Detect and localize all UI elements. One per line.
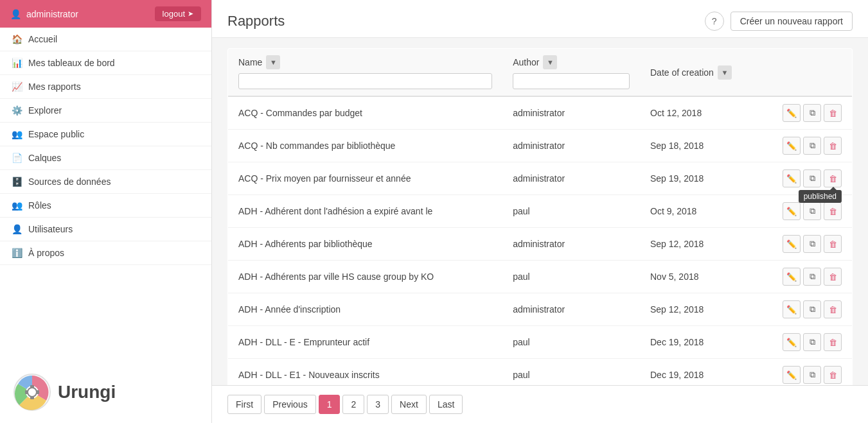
table-row: ADH - Adhérents par ville HS cause group…	[228, 261, 853, 293]
previous-page-button[interactable]: Previous	[264, 395, 315, 414]
sidebar-item-rapports[interactable]: 📈Mes rapports	[0, 75, 211, 99]
table-row: ACQ - Nb commandes par bibliothèque admi…	[228, 130, 853, 162]
edit-button[interactable]: ✏️	[783, 300, 801, 318]
nav-label-rapports: Mes rapports	[28, 82, 81, 92]
svg-rect-4	[30, 396, 34, 399]
sidebar-logo-area: Urungi	[0, 361, 211, 423]
copy-button[interactable]: ⧉	[803, 300, 821, 318]
copy-button[interactable]: ⧉	[803, 366, 821, 384]
delete-button[interactable]: 🗑	[824, 104, 842, 122]
filter-name-input[interactable]	[238, 73, 492, 89]
cell-name: ADH - DLL - E1 - Nouveaux inscrits	[228, 359, 503, 386]
table-row: ADH - Adhérents par bibliothèque adminis…	[228, 228, 853, 261]
delete-button[interactable]: 🗑	[824, 235, 842, 253]
nav-icon-rapports: 📈	[12, 82, 22, 92]
delete-button[interactable]: 🗑	[824, 268, 842, 286]
sidebar-item-apropos[interactable]: ℹ️À propos	[0, 241, 211, 265]
sidebar-item-accueil[interactable]: 🏠Accueil	[0, 28, 211, 51]
cell-date: Dec 19, 2018	[640, 359, 765, 386]
delete-button[interactable]: 🗑	[824, 169, 842, 187]
nav-icon-roles: 👥	[12, 200, 22, 211]
edit-button[interactable]: ✏️	[783, 169, 801, 187]
create-report-button[interactable]: Créer un nouveau rapport	[731, 12, 853, 31]
col-header-date: Date of creation ▼	[640, 49, 765, 97]
copy-button[interactable]: ⧉	[803, 235, 821, 253]
sidebar-item-roles[interactable]: 👥Rôles	[0, 194, 211, 218]
delete-button[interactable]: 🗑	[824, 366, 842, 384]
sort-name-button[interactable]: ▼	[266, 55, 280, 69]
table-row: ADH - DLL - E1 - Nouveaux inscrits paul …	[228, 359, 853, 386]
edit-button[interactable]: ✏️	[783, 366, 801, 384]
logout-button[interactable]: logout	[155, 6, 201, 21]
action-group: ✏️ ⧉ 🗑 published	[775, 169, 842, 187]
col-header-actions	[765, 49, 852, 97]
edit-button[interactable]: ✏️	[783, 104, 801, 122]
copy-button[interactable]: ⧉	[803, 333, 821, 351]
table-row: ADH - Année d'inscription administrator …	[228, 293, 853, 326]
nav-icon-utilisateurs: 👤	[12, 224, 22, 234]
logo-icon	[13, 373, 51, 411]
copy-button[interactable]: ⧉	[803, 169, 821, 187]
next-page-button[interactable]: Next	[391, 395, 427, 414]
nav-icon-tableaux: 📊	[12, 58, 22, 68]
delete-button[interactable]: 🗑	[824, 333, 842, 351]
action-group: ✏️ ⧉ 🗑	[775, 300, 842, 318]
page-2-button[interactable]: 2	[342, 395, 364, 414]
edit-button[interactable]: ✏️	[783, 235, 801, 253]
cell-actions: ✏️ ⧉ 🗑	[765, 293, 852, 326]
cell-date: Sep 19, 2018	[640, 162, 765, 195]
sort-author-button[interactable]: ▼	[543, 55, 557, 69]
copy-button[interactable]: ⧉	[803, 137, 821, 155]
cell-actions: ✏️ ⧉ 🗑	[765, 96, 852, 130]
sort-date-button[interactable]: ▼	[718, 65, 732, 80]
cell-author: administrator	[502, 96, 640, 130]
cell-date: Nov 5, 2018	[640, 261, 765, 293]
nav-icon-espace: 👥	[12, 129, 22, 139]
sidebar-item-sources[interactable]: 🗄️Sources de données	[0, 170, 211, 194]
nav-label-calques: Calques	[28, 153, 61, 163]
delete-button[interactable]: 🗑	[824, 202, 842, 220]
sidebar-item-espace[interactable]: 👥Espace public	[0, 123, 211, 146]
svg-rect-5	[25, 390, 28, 394]
last-page-button[interactable]: Last	[429, 395, 463, 414]
cell-actions: ✏️ ⧉ 🗑	[765, 261, 852, 293]
svg-rect-3	[30, 385, 34, 388]
nav-label-explorer: Explorer	[28, 105, 62, 116]
cell-date: Sep 12, 2018	[640, 293, 765, 326]
header-actions: ? Créer un nouveau rapport	[705, 12, 853, 31]
cell-author: paul	[502, 359, 640, 386]
sidebar-item-utilisateurs[interactable]: 👤Utilisateurs	[0, 218, 211, 241]
cell-name: ADH - Année d'inscription	[228, 293, 503, 326]
edit-button[interactable]: ✏️	[783, 202, 801, 220]
copy-button[interactable]: ⧉	[803, 268, 821, 286]
delete-button[interactable]: 🗑	[824, 137, 842, 155]
cell-name: ACQ - Commandes par budget	[228, 96, 503, 130]
sidebar-item-calques[interactable]: 📄Calques	[0, 146, 211, 170]
edit-button[interactable]: ✏️	[783, 137, 801, 155]
nav-icon-explorer: ⚙️	[12, 105, 22, 116]
cell-author: administrator	[502, 162, 640, 195]
nav-label-utilisateurs: Utilisateurs	[28, 224, 73, 234]
nav-label-roles: Rôles	[28, 200, 51, 211]
sidebar-user: administrator	[10, 9, 78, 19]
first-page-button[interactable]: First	[227, 395, 261, 414]
delete-button[interactable]: 🗑	[824, 300, 842, 318]
edit-button[interactable]: ✏️	[783, 268, 801, 286]
sidebar-item-explorer[interactable]: ⚙️Explorer	[0, 99, 211, 123]
sidebar-nav: 🏠Accueil📊Mes tableaux de bord📈Mes rappor…	[0, 28, 211, 361]
cell-actions: ✏️ ⧉ 🗑 published	[765, 162, 852, 195]
help-button[interactable]: ?	[705, 12, 724, 31]
page-3-button[interactable]: 3	[367, 395, 389, 414]
filter-author-input[interactable]	[513, 73, 630, 89]
cell-name: ADH - Adhérent dont l'adhésion a expiré …	[228, 195, 503, 228]
cell-actions: ✏️ ⧉ 🗑	[765, 130, 852, 162]
edit-button[interactable]: ✏️	[783, 333, 801, 351]
sidebar-item-tableaux[interactable]: 📊Mes tableaux de bord	[0, 51, 211, 75]
copy-button[interactable]: ⧉	[803, 104, 821, 122]
cell-name: ADH - Adhérents par bibliothèque	[228, 228, 503, 261]
copy-button[interactable]: ⧉	[803, 202, 821, 220]
main-content: Rapports ? Créer un nouveau rapport Name…	[212, 0, 868, 423]
nav-label-espace: Espace public	[28, 129, 84, 139]
page-1-button[interactable]: 1	[319, 395, 341, 414]
cell-date: Sep 12, 2018	[640, 228, 765, 261]
